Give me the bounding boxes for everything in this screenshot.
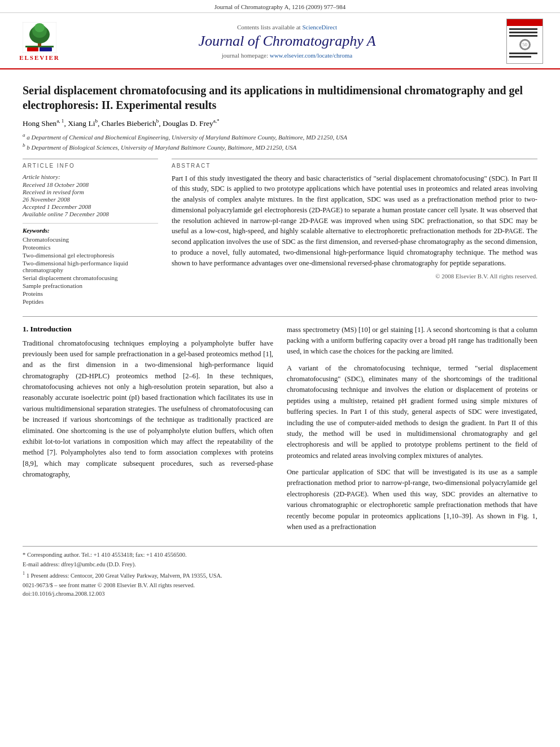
received-revised-label: Received in revised form — [23, 189, 158, 195]
keywords-section: Keywords: Chromatofocusing Proteomics Tw… — [23, 223, 158, 305]
article-history: Article history: Received 18 October 200… — [23, 173, 158, 217]
page-wrapper: Journal of Chromatography A, 1216 (2009)… — [0, 0, 560, 747]
intro-section-title: 1. Introduction — [23, 325, 273, 334]
author-charles-bieberich: Charles Bieberich — [102, 119, 156, 128]
affiliations: a a Department of Chemical and Biochemic… — [23, 132, 537, 152]
keyword-5: Serial displacement chromatofocusing — [23, 274, 158, 281]
keyword-8: Peptides — [23, 298, 158, 305]
keywords-title: Keywords: — [23, 227, 158, 234]
abstract-text: Part I of this study investigated the th… — [172, 173, 537, 269]
article-title: Serial displacement chromatofocusing and… — [23, 83, 537, 112]
keyword-3: Two-dimensional gel electrophoresis — [23, 252, 158, 259]
thumb-line — [509, 56, 531, 58]
intro-para1: Traditional chromatofocusing techniques … — [23, 338, 273, 480]
body-divider — [23, 316, 537, 317]
copyright-line: © 2008 Elsevier B.V. All rights reserved… — [172, 273, 537, 279]
intro-para2: mass spectrometry (MS) [10] or gel stain… — [287, 325, 537, 357]
author-hong-shen: Hong Shen — [23, 119, 56, 128]
svg-point-5 — [34, 23, 45, 32]
corresponding-author-footnote: * Corresponding author. Tel.: +1 410 455… — [23, 551, 537, 560]
article-info-col: ARTICLE INFO Article history: Received 1… — [23, 159, 158, 306]
journal-thumbnail: 50 — [506, 19, 543, 64]
abstract-heading: ABSTRACT — [172, 163, 537, 169]
homepage-link[interactable]: www.elsevier.com/locate/chroma — [270, 52, 353, 59]
body-right-col: mass spectrometry (MS) [10] or gel stain… — [287, 325, 537, 539]
keyword-7: Proteins — [23, 290, 158, 297]
revised-date: 26 November 2008 — [23, 196, 158, 203]
keyword-1: Chromatofocusing — [23, 236, 158, 243]
history-label: Article history: — [23, 173, 158, 180]
intro-para4: One particular application of SDC that w… — [287, 467, 537, 532]
article-info-heading: ARTICLE INFO — [23, 163, 158, 169]
svg-rect-7 — [40, 47, 52, 51]
contents-line: Contents lists available at ScienceDirec… — [68, 24, 506, 30]
author-xiang-li: Xiang Li — [68, 119, 95, 128]
thumb-circle: 50 — [519, 39, 531, 50]
issn-line: 0021-9673/$ – see front matter © 2008 El… — [23, 582, 537, 588]
article-footer: * Corresponding author. Tel.: +1 410 455… — [23, 546, 537, 597]
body-left-col: 1. Introduction Traditional chromatofocu… — [23, 325, 273, 539]
journal-title: Journal of Chromatography A — [68, 33, 506, 50]
doi-line: doi:10.1016/j.chroma.2008.12.003 — [23, 591, 537, 597]
thumb-lines: 50 — [507, 26, 542, 63]
thumb-line — [509, 35, 537, 37]
thumb-line — [509, 32, 537, 33]
thumb-line — [509, 28, 537, 30]
journal-center: Contents lists available at ScienceDirec… — [68, 24, 506, 59]
email-footnote: E-mail address: dfrey1@umbc.edu (D.D. Fr… — [23, 561, 537, 569]
keyword-4: Two-dimensional high-performance liquid … — [23, 260, 158, 273]
keyword-6: Sample prefractionation — [23, 282, 158, 289]
journal-reference: Journal of Chromatography A, 1216 (2009)… — [215, 3, 346, 10]
keyword-2: Proteomics — [23, 244, 158, 251]
elsevier-label: ELSEVIER — [19, 54, 60, 61]
affiliation-b: b b Department of Biological Sciences, U… — [23, 142, 537, 152]
svg-rect-6 — [27, 47, 38, 51]
elsevier-logo: ELSEVIER — [11, 22, 68, 61]
intro-para3: A variant of the chromatofocusing techni… — [287, 363, 537, 461]
main-content: Serial displacement chromatofocusing and… — [0, 69, 560, 608]
affiliation-a: a a Department of Chemical and Biochemic… — [23, 132, 537, 142]
received-date: Received 18 October 2008 — [23, 181, 158, 188]
intro-title-text: Introduction — [30, 325, 72, 333]
thumb-red-bar — [507, 19, 542, 26]
accepted-date: Accepted 1 December 2008 — [23, 203, 158, 210]
authors-line: Hong Shena, 1, Xiang Lib, Charles Bieber… — [23, 118, 537, 128]
info-abstract-section: ARTICLE INFO Article history: Received 1… — [23, 159, 537, 306]
header-area: ELSEVIER Contents lists available at Sci… — [0, 13, 560, 69]
top-bar: Journal of Chromatography A, 1216 (2009)… — [0, 0, 560, 13]
elsevier-tree-icon — [23, 22, 56, 53]
address-note-footnote: 1 1 Present address: Centocor, 200 Great… — [23, 570, 537, 580]
abstract-col: ABSTRACT Part I of this study investigat… — [172, 159, 537, 306]
thumb-line — [509, 53, 537, 54]
journal-homepage: journal homepage: www.elsevier.com/locat… — [68, 52, 506, 59]
author-douglas-frey: Douglas D. Frey — [163, 119, 213, 128]
available-date: Available online 7 December 2008 — [23, 211, 158, 217]
body-section: 1. Introduction Traditional chromatofocu… — [23, 325, 537, 539]
sciencedirect-link[interactable]: ScienceDirect — [302, 24, 337, 30]
